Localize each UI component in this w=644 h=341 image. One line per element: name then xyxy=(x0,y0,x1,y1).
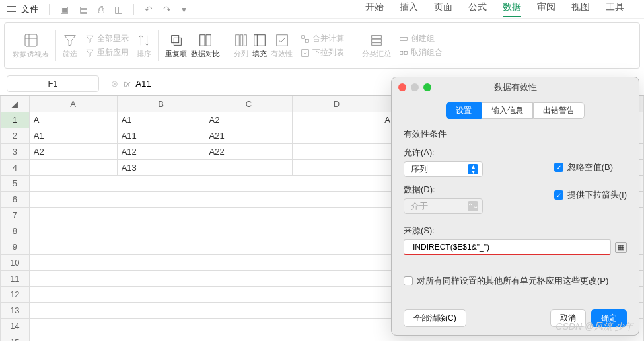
svg-rect-10 xyxy=(254,34,266,46)
reapply-button[interactable]: 重新应用 xyxy=(85,47,129,58)
undo-icon[interactable]: ↶ xyxy=(142,3,155,16)
group-button[interactable]: 创建组 xyxy=(399,33,435,44)
dropdown-list-button[interactable]: 下拉列表 xyxy=(301,47,344,58)
row-2[interactable]: 2 xyxy=(1,128,30,144)
source-input[interactable] xyxy=(404,239,611,255)
svg-rect-3 xyxy=(171,35,178,42)
row-4[interactable]: 4 xyxy=(1,160,30,176)
source-label: 来源(S): xyxy=(404,225,627,237)
ignore-blank-checkbox[interactable]: ✓忽略空值(B) xyxy=(554,161,627,173)
chevron-updown-icon: ⌃⌄ xyxy=(468,201,478,211)
row-1[interactable]: 1 xyxy=(1,112,30,128)
svg-rect-16 xyxy=(372,35,382,38)
formula-input[interactable] xyxy=(135,79,334,89)
validity-dialog: 数据有效性 设置 输入信息 出错警告 有效性条件 允许(A): 序列 ▴▾ 数据… xyxy=(391,77,639,336)
col-D[interactable]: D xyxy=(293,96,380,112)
svg-rect-21 xyxy=(404,51,407,54)
tab-tools[interactable]: 工具 xyxy=(606,1,624,17)
dropdown-arrow-checkbox[interactable]: ✓提供下拉箭头(I) xyxy=(554,189,627,201)
svg-rect-7 xyxy=(236,34,240,46)
svg-rect-20 xyxy=(400,51,403,54)
main-tabs: 开始 插入 页面 公式 数据 审阅 视图 工具 xyxy=(365,1,637,17)
col-A[interactable]: A xyxy=(29,96,117,112)
validity-button[interactable]: 有效性 xyxy=(271,33,293,59)
fx-icon[interactable]: fx xyxy=(124,79,130,89)
tab-insert[interactable]: 插入 xyxy=(400,1,418,17)
svg-rect-12 xyxy=(276,34,287,46)
chevron-updown-icon: ▴▾ xyxy=(468,164,478,174)
svg-rect-13 xyxy=(302,35,305,38)
tab-settings[interactable]: 设置 xyxy=(446,102,482,119)
tab-view[interactable]: 视图 xyxy=(571,1,590,17)
row-3[interactable]: 3 xyxy=(1,144,30,160)
name-box[interactable]: F1 xyxy=(7,75,99,92)
data-label: 数据(D): xyxy=(404,184,515,196)
clear-all-button[interactable]: 全部清除(C) xyxy=(404,309,466,327)
tab-error-alert[interactable]: 出错警告 xyxy=(533,102,585,119)
svg-rect-15 xyxy=(302,49,309,56)
tab-start[interactable]: 开始 xyxy=(365,1,384,17)
svg-rect-4 xyxy=(174,38,181,45)
chevron-down-icon[interactable]: ▾ xyxy=(179,3,189,16)
consolidate-button[interactable]: 合并计算 xyxy=(301,33,344,44)
pivot-button[interactable]: 数据透视表 xyxy=(13,32,49,59)
svg-rect-17 xyxy=(372,39,382,42)
save-as-icon[interactable]: ▤ xyxy=(77,3,90,16)
apply-all-checkbox[interactable]: 对所有同样设置的其他所有单元格应用这些更改(P) xyxy=(404,275,627,287)
svg-rect-8 xyxy=(240,34,243,46)
fill-button[interactable]: 填充 xyxy=(252,33,267,59)
print-icon[interactable]: ⎙ xyxy=(96,3,106,16)
ribbon: 数据透视表 筛选 全部显示 重新应用 排序 重复项 数据对比 分列 填充 有效性… xyxy=(4,22,640,69)
svg-rect-6 xyxy=(206,34,211,46)
svg-rect-18 xyxy=(372,42,382,45)
sort-button[interactable]: 排序 xyxy=(137,33,151,59)
duplicates-button[interactable]: 重复项 xyxy=(165,33,187,59)
svg-rect-0 xyxy=(25,34,37,46)
tab-input-msg[interactable]: 输入信息 xyxy=(482,102,533,119)
svg-rect-19 xyxy=(400,37,408,40)
svg-rect-14 xyxy=(306,39,309,42)
tab-page[interactable]: 页面 xyxy=(434,1,452,17)
dialog-tabs: 设置 输入信息 出错警告 xyxy=(392,102,639,119)
hamburger-icon[interactable] xyxy=(7,6,16,12)
compare-button[interactable]: 数据对比 xyxy=(191,33,220,59)
tab-review[interactable]: 审阅 xyxy=(537,1,555,17)
col-C[interactable]: C xyxy=(205,96,293,112)
dialog-title: 数据有效性 xyxy=(392,81,639,93)
show-all-button[interactable]: 全部显示 xyxy=(85,33,129,44)
allow-select[interactable]: 序列 ▴▾ xyxy=(404,161,483,177)
file-menu[interactable]: 文件 xyxy=(21,3,38,15)
allow-label: 允许(A): xyxy=(404,147,515,159)
svg-rect-5 xyxy=(200,34,205,46)
menubar: 文件 ▣ ▤ ⎙ ◫ ↶ ↷ ▾ 开始 插入 页面 公式 数据 审阅 视图 工具 xyxy=(0,0,644,19)
data-select: 介于 ⌃⌄ xyxy=(404,198,483,214)
tab-data[interactable]: 数据 xyxy=(503,1,521,17)
split-button[interactable]: 分列 xyxy=(234,33,248,59)
svg-rect-9 xyxy=(244,34,247,46)
save-icon[interactable]: ▣ xyxy=(57,3,71,16)
preview-icon[interactable]: ◫ xyxy=(112,3,125,16)
section-heading: 有效性条件 xyxy=(404,128,627,140)
ungroup-button[interactable]: 取消组合 xyxy=(399,47,443,58)
subtotal-button[interactable]: 分类汇总 xyxy=(362,33,391,59)
watermark: CSDN @风流 少年 xyxy=(555,321,633,333)
col-B[interactable]: B xyxy=(117,96,205,112)
tab-formula[interactable]: 公式 xyxy=(468,1,487,17)
filter-button[interactable]: 筛选 xyxy=(63,33,77,59)
range-picker-icon[interactable]: ▦ xyxy=(615,242,627,253)
redo-icon[interactable]: ↷ xyxy=(161,3,174,16)
select-all-corner[interactable]: ◢ xyxy=(1,96,30,112)
cancel-formula-icon[interactable]: ⊗ xyxy=(111,79,118,89)
